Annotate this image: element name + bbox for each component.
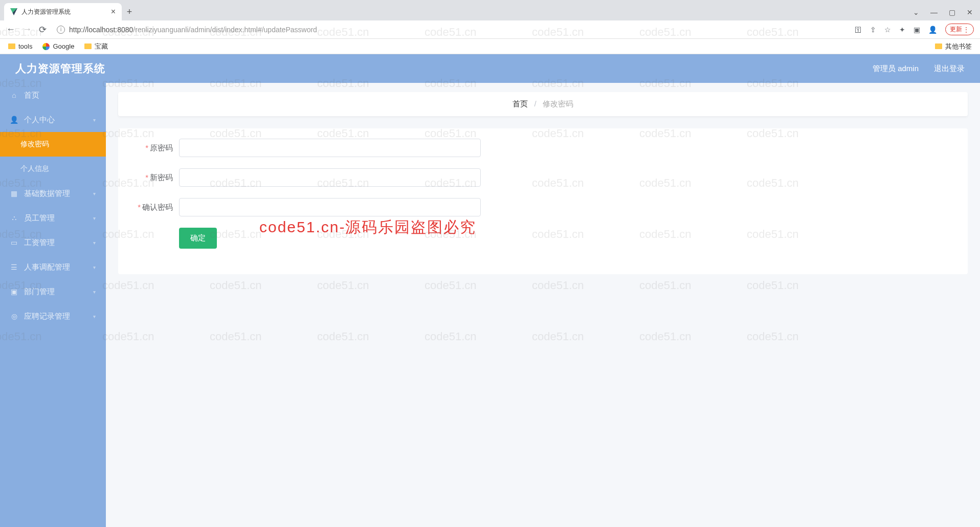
target-icon: ◎ (10, 313, 18, 320)
sidebar-label: 部门管理 (24, 287, 55, 297)
list-icon: ☰ (10, 264, 18, 271)
user-icon: 👤 (10, 116, 18, 124)
app-body: ⌂ 首页 👤 个人中心 ▾ 修改密码 个人信息 ▦ 基础数据管理 ▾ ⛬ 员工管… (0, 83, 980, 527)
sidebar: ⌂ 首页 👤 个人中心 ▾ 修改密码 个人信息 ▦ 基础数据管理 ▾ ⛬ 员工管… (0, 83, 106, 527)
close-window-icon[interactable]: ✕ (967, 8, 973, 16)
update-button[interactable]: 更新⋮ (945, 24, 974, 35)
other-bookmarks[interactable]: 其他书签 (935, 42, 972, 51)
sidebar-item-department[interactable]: ▣ 部门管理 ▾ (0, 279, 106, 304)
chevron-down-icon: ▾ (93, 314, 96, 319)
browser-tab[interactable]: 人力资源管理系统 × (4, 3, 122, 20)
devices-icon[interactable]: ▣ (914, 26, 920, 34)
chevron-down-icon: ▾ (93, 265, 96, 270)
close-tab-icon[interactable]: × (111, 7, 116, 16)
site-info-icon[interactable]: i (57, 26, 65, 34)
form-row-confirm-password: *确认密码 (130, 198, 955, 216)
minimize-icon[interactable]: — (930, 8, 938, 16)
header-right: 管理员 admin 退出登录 (873, 64, 965, 74)
browser-tab-strip: 人力资源管理系统 × + ⌄ — ▢ ✕ (0, 0, 980, 20)
sidebar-sub-change-password[interactable]: 修改密码 (0, 132, 106, 157)
share-icon[interactable]: ⇪ (870, 26, 876, 34)
key-icon[interactable]: ⚿ (855, 26, 862, 34)
new-tab-button[interactable]: + (122, 3, 137, 20)
vue-favicon (10, 8, 17, 15)
toolbar-icons: ⚿ ⇪ ☆ ✦ ▣ 👤 更新⋮ (855, 24, 974, 35)
sidebar-label: 个人信息 (20, 164, 49, 173)
old-password-label: *原密码 (130, 143, 179, 153)
tab-title: 人力资源管理系统 (21, 8, 71, 16)
back-button[interactable]: ← (6, 24, 15, 35)
people-icon: ⛬ (10, 214, 18, 222)
chevron-down-icon: ▾ (93, 215, 96, 221)
forward-button: → (23, 24, 32, 35)
confirm-password-input[interactable] (179, 198, 481, 216)
breadcrumb-separator: / (534, 99, 536, 108)
app-header: 人力资源管理系统 管理员 admin 退出登录 (0, 54, 980, 83)
maximize-icon[interactable]: ▢ (949, 8, 955, 16)
app-container: 人力资源管理系统 管理员 admin 退出登录 ⌂ 首页 👤 个人中心 ▾ 修改… (0, 54, 980, 527)
window-controls: ⌄ — ▢ ✕ (906, 4, 980, 20)
google-icon (42, 43, 50, 50)
chevron-down-icon[interactable]: ⌄ (913, 8, 919, 16)
breadcrumb-home[interactable]: 首页 (513, 99, 528, 108)
bookmark-treasure[interactable]: 宝藏 (84, 42, 108, 51)
breadcrumb-current: 修改密码 (543, 99, 573, 108)
sidebar-label: 应聘记录管理 (24, 312, 70, 321)
reload-button[interactable]: ⟳ (39, 24, 47, 35)
url-text: http://localhost:8080/renliziyuanguanli/… (69, 26, 317, 34)
app-title: 人力资源管理系统 (15, 61, 105, 76)
sidebar-label: 个人中心 (24, 115, 55, 125)
sidebar-label: 修改密码 (20, 140, 49, 149)
confirm-password-label: *确认密码 (130, 203, 179, 212)
logout-link[interactable]: 退出登录 (934, 64, 965, 74)
folder-icon (8, 43, 15, 49)
chevron-down-icon: ▾ (93, 289, 96, 295)
sidebar-item-recruit[interactable]: ◎ 应聘记录管理 ▾ (0, 304, 106, 328)
submit-button[interactable]: 确定 (179, 228, 217, 249)
chevron-down-icon: ▾ (93, 240, 96, 246)
browser-toolbar: ← → ⟳ i http://localhost:8080/renliziyua… (0, 20, 980, 39)
document-icon: ▭ (10, 239, 18, 247)
profile-icon[interactable]: 👤 (928, 26, 937, 34)
chevron-down-icon: ▾ (93, 117, 96, 123)
sidebar-item-hr-transfer[interactable]: ☰ 人事调配管理 ▾ (0, 255, 106, 279)
sidebar-label: 人事调配管理 (24, 262, 70, 272)
sidebar-item-employee[interactable]: ⛬ 员工管理 ▾ (0, 206, 106, 230)
user-label[interactable]: 管理员 admin (873, 64, 919, 74)
sidebar-item-basic-data[interactable]: ▦ 基础数据管理 ▾ (0, 181, 106, 206)
sidebar-sub-personal-info[interactable]: 个人信息 (0, 157, 106, 181)
grid-icon: ▦ (10, 190, 18, 197)
form-row-new-password: *新密码 (130, 168, 955, 187)
sidebar-item-home[interactable]: ⌂ 首页 (0, 83, 106, 107)
chevron-down-icon: ▾ (93, 191, 96, 196)
sidebar-label: 基础数据管理 (24, 189, 70, 199)
star-icon[interactable]: ☆ (884, 26, 891, 34)
password-form: *原密码 *新密码 *确认密码 确定 (118, 128, 968, 274)
sidebar-label: 工资管理 (24, 238, 55, 248)
bookmark-google[interactable]: Google (42, 42, 74, 50)
home-icon: ⌂ (10, 92, 18, 99)
form-row-old-password: *原密码 (130, 139, 955, 157)
sidebar-item-personal[interactable]: 👤 个人中心 ▾ (0, 107, 106, 132)
sidebar-label: 员工管理 (24, 213, 55, 223)
bookmark-tools[interactable]: tools (8, 42, 32, 50)
breadcrumb: 首页 / 修改密码 (118, 92, 968, 116)
extension-icon[interactable]: ✦ (899, 26, 905, 34)
sidebar-item-salary[interactable]: ▭ 工资管理 ▾ (0, 230, 106, 255)
folder-icon: ▣ (10, 288, 18, 296)
url-bar[interactable]: i http://localhost:8080/renliziyuanguanl… (54, 26, 848, 34)
new-password-input[interactable] (179, 168, 481, 187)
new-password-label: *新密码 (130, 173, 179, 183)
folder-icon (935, 43, 942, 49)
old-password-input[interactable] (179, 139, 481, 157)
bookmarks-bar: tools Google 宝藏 其他书签 (0, 39, 980, 54)
main-content: 首页 / 修改密码 *原密码 *新密码 *确认密码 确定 c (106, 83, 980, 527)
sidebar-label: 首页 (24, 91, 39, 100)
folder-icon (84, 43, 92, 49)
